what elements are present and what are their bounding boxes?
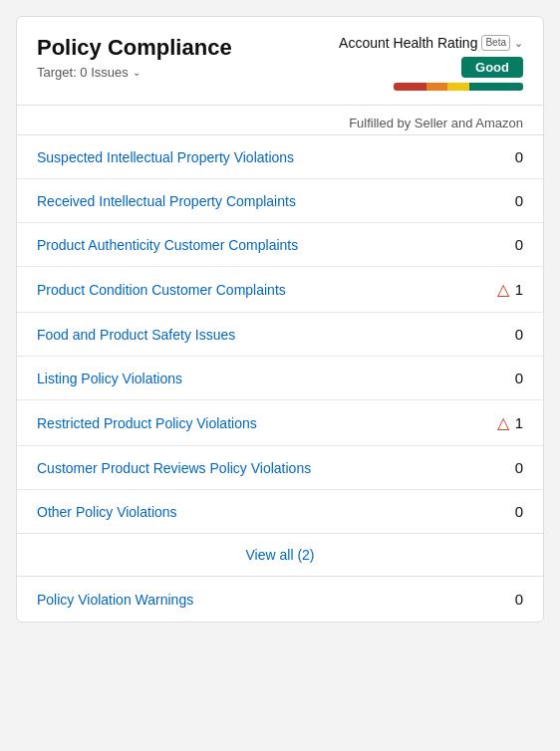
policy-row-value: 0 bbox=[493, 370, 523, 386]
policy-row-link[interactable]: Other Policy Violations bbox=[37, 504, 177, 520]
target-chevron-icon[interactable]: ⌄ bbox=[133, 67, 140, 78]
table-row: Customer Product Reviews Policy Violatio… bbox=[17, 446, 543, 490]
policy-row-value: 0 bbox=[493, 326, 523, 343]
warnings-row: Policy Violation Warnings 0 bbox=[17, 577, 543, 622]
beta-badge: Beta bbox=[481, 35, 510, 51]
section-label: Fulfilled by Seller and Amazon bbox=[17, 106, 543, 135]
policy-row-value: △1 bbox=[493, 280, 523, 299]
policy-row-link[interactable]: Received Intellectual Property Complaint… bbox=[37, 193, 296, 209]
policy-row-value: 0 bbox=[493, 148, 523, 165]
policy-row-value: △1 bbox=[493, 413, 523, 432]
account-health-label: Account Health Rating Beta ⌄ bbox=[339, 35, 523, 51]
policy-row-link[interactable]: Food and Product Safety Issues bbox=[37, 327, 235, 343]
bar-orange bbox=[426, 83, 448, 91]
table-row: Product Condition Customer Complaints△1 bbox=[17, 267, 543, 313]
warning-icon: △ bbox=[497, 280, 509, 299]
page-title: Policy Compliance bbox=[37, 35, 232, 61]
target-row: Target: 0 Issues ⌄ bbox=[37, 65, 232, 80]
policy-rows-container: Suspected Intellectual Property Violatio… bbox=[17, 135, 543, 533]
table-row: Suspected Intellectual Property Violatio… bbox=[17, 135, 543, 179]
rating-bar bbox=[394, 83, 523, 91]
warning-icon: △ bbox=[497, 413, 509, 432]
view-all-row: View all (2) bbox=[17, 533, 543, 577]
policy-row-value: 0 bbox=[493, 503, 523, 520]
policy-row-value: 0 bbox=[493, 459, 523, 476]
policy-row-link[interactable]: Customer Product Reviews Policy Violatio… bbox=[37, 460, 311, 476]
table-row: Listing Policy Violations0 bbox=[17, 357, 543, 400]
warnings-section: Policy Violation Warnings 0 bbox=[17, 577, 543, 622]
policy-row-link[interactable]: Suspected Intellectual Property Violatio… bbox=[37, 149, 294, 165]
view-all-link[interactable]: View all (2) bbox=[246, 547, 315, 563]
target-label: Target: 0 Issues bbox=[37, 65, 129, 80]
good-badge: Good bbox=[461, 57, 523, 78]
policy-row-link[interactable]: Listing Policy Violations bbox=[37, 371, 182, 386]
policy-row-link[interactable]: Product Condition Customer Complaints bbox=[37, 282, 286, 298]
policy-row-link[interactable]: Restricted Product Policy Violations bbox=[37, 415, 257, 431]
warnings-value: 0 bbox=[515, 591, 523, 608]
card-header: Policy Compliance Target: 0 Issues ⌄ Acc… bbox=[17, 17, 543, 106]
table-row: Product Authenticity Customer Complaints… bbox=[17, 223, 543, 267]
bar-green bbox=[469, 83, 523, 91]
bar-yellow bbox=[447, 83, 469, 91]
header-right: Account Health Rating Beta ⌄ Good bbox=[339, 35, 523, 91]
table-row: Other Policy Violations0 bbox=[17, 490, 543, 533]
policy-compliance-card: Policy Compliance Target: 0 Issues ⌄ Acc… bbox=[16, 16, 544, 623]
table-row: Food and Product Safety Issues0 bbox=[17, 313, 543, 357]
policy-row-value: 0 bbox=[493, 192, 523, 209]
policy-violation-warnings-link[interactable]: Policy Violation Warnings bbox=[37, 592, 193, 608]
header-left: Policy Compliance Target: 0 Issues ⌄ bbox=[37, 35, 232, 80]
table-row: Restricted Product Policy Violations△1 bbox=[17, 400, 543, 446]
bar-red bbox=[394, 83, 426, 91]
account-health-chevron-icon[interactable]: ⌄ bbox=[514, 37, 523, 50]
policy-row-value: 0 bbox=[493, 236, 523, 253]
policy-row-link[interactable]: Product Authenticity Customer Complaints bbox=[37, 237, 298, 253]
table-row: Received Intellectual Property Complaint… bbox=[17, 179, 543, 223]
